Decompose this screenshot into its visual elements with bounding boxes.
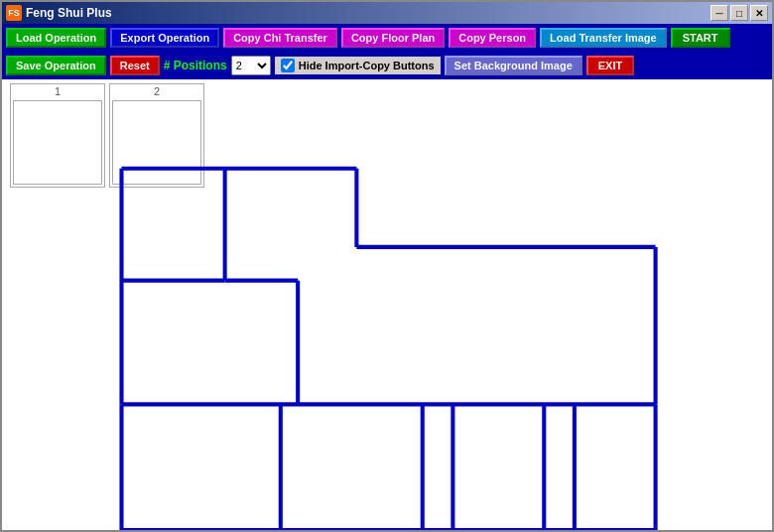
set-background-image-button[interactable]: Set Background Image: [445, 56, 582, 75]
copy-floor-plan-button[interactable]: Copy Floor Plan: [341, 28, 445, 48]
copy-chi-transfer-button[interactable]: Copy Chi Transfer: [223, 28, 337, 48]
title-buttons: ─ □ ✕: [710, 5, 768, 21]
app-icon: FS: [6, 5, 22, 21]
canvas-area: 1 2: [2, 79, 772, 530]
toolbar-row1: Load Operation Export Operation Copy Chi…: [2, 24, 772, 52]
minimize-button[interactable]: ─: [710, 5, 728, 21]
save-operation-button[interactable]: Save Operation: [6, 56, 106, 75]
floor-plan-svg: [2, 79, 772, 530]
close-button[interactable]: ✕: [750, 5, 768, 21]
hide-import-copy-checkbox[interactable]: [281, 59, 295, 72]
positions-select[interactable]: 2 1 3 4 5: [231, 56, 271, 75]
hide-import-copy-label[interactable]: Hide Import-Copy Buttons: [275, 57, 441, 74]
window-title: Feng Shui Plus: [26, 6, 710, 20]
title-bar: FS Feng Shui Plus ─ □ ✕: [2, 2, 772, 24]
toolbar-row2: Save Operation Reset # Positions 2 1 3 4…: [2, 52, 772, 79]
hide-import-copy-text: Hide Import-Copy Buttons: [299, 60, 435, 71]
main-window: FS Feng Shui Plus ─ □ ✕ Load Operation E…: [0, 0, 774, 532]
reset-button[interactable]: Reset: [110, 56, 160, 75]
exit-button[interactable]: EXIT: [586, 56, 634, 75]
load-transfer-image-button[interactable]: Load Transfer Image: [540, 28, 667, 48]
start-button[interactable]: START: [671, 28, 730, 48]
load-operation-button[interactable]: Load Operation: [6, 28, 106, 48]
copy-person-button[interactable]: Copy Person: [449, 28, 536, 48]
export-operation-button[interactable]: Export Operation: [110, 28, 219, 48]
positions-label: # Positions: [164, 59, 227, 72]
maximize-button[interactable]: □: [730, 5, 748, 21]
